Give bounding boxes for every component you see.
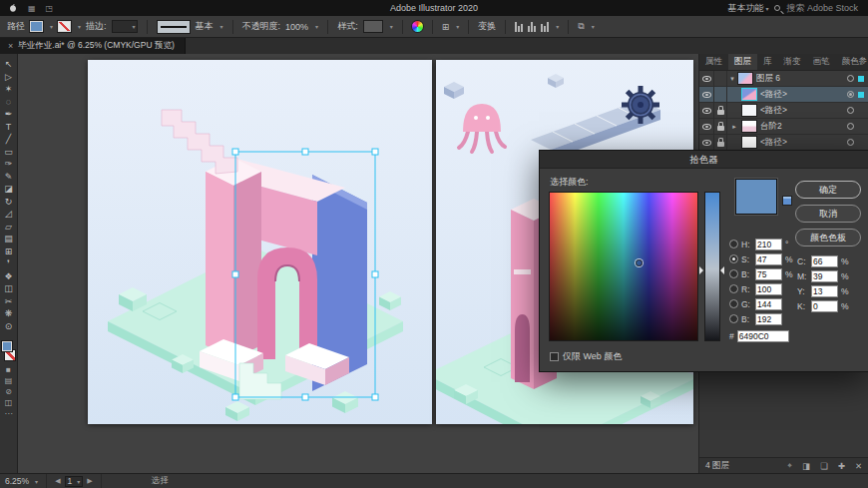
tool-magic-wand-icon[interactable]: ✶	[0, 83, 18, 96]
tool-slice-icon[interactable]: ✂	[0, 295, 18, 308]
new-layer-icon[interactable]: ✚	[838, 461, 845, 471]
tool-pencil-icon[interactable]: ✎	[0, 171, 18, 184]
tab-close-icon[interactable]: ×	[8, 41, 13, 51]
locate-object-icon[interactable]: ⌖	[787, 460, 792, 471]
target-circle[interactable]	[847, 107, 854, 114]
tool-eraser-icon[interactable]: ◪	[0, 183, 18, 196]
artboard-1[interactable]	[88, 60, 432, 424]
next-artboard-icon[interactable]: ▶	[87, 477, 92, 485]
value-field-k[interactable]: 0	[811, 300, 838, 312]
brush-definition-dropdown[interactable]	[157, 20, 191, 34]
value-field-m[interactable]: 39	[811, 270, 838, 282]
radio-b[interactable]	[729, 269, 738, 278]
panel-tab-画笔[interactable]: 画笔	[807, 54, 836, 70]
delete-layer-icon[interactable]: ✕	[855, 461, 862, 471]
workspace-switcher[interactable]: 基本功能▾	[727, 2, 768, 15]
layer-name[interactable]: <路径>	[760, 137, 787, 149]
opacity-caret-icon[interactable]: ▾	[315, 23, 318, 30]
tool-line-segment-icon[interactable]: ╱	[0, 133, 18, 146]
align-right-icon[interactable]	[541, 22, 549, 32]
layer-row[interactable]: ▸台阶2	[699, 119, 868, 135]
value-field-r[interactable]: 100	[755, 283, 782, 295]
transform-link[interactable]: 变换	[478, 20, 496, 33]
style-swatch[interactable]	[363, 20, 383, 33]
new-sublayer-icon[interactable]: ❏	[820, 461, 828, 471]
search-icon[interactable]	[774, 5, 780, 11]
align-caret-icon[interactable]: ▾	[556, 23, 559, 30]
tool-paintbrush-icon[interactable]: ✑	[0, 158, 18, 171]
target-circle[interactable]	[847, 91, 854, 98]
radio-h[interactable]	[729, 240, 738, 248]
layer-row[interactable]: ▾图层 6	[699, 71, 868, 87]
dialog-title[interactable]: 拾色器	[540, 151, 868, 169]
hex-value-field[interactable]: 6490C0	[737, 330, 789, 342]
gradient-mode-icon[interactable]: ▤	[5, 375, 13, 386]
tool-artboard-icon[interactable]: ◫	[0, 282, 18, 295]
layer-row[interactable]: <路径>	[699, 87, 868, 103]
value-field-b[interactable]: 75	[755, 268, 782, 280]
none-mode-icon[interactable]: ⊘	[5, 386, 12, 397]
tool-zoom-icon[interactable]: ⊙	[0, 320, 18, 333]
panel-tab-颜色参[interactable]: 颜色参	[836, 54, 868, 70]
tool-lasso-icon[interactable]: ◌	[0, 96, 18, 109]
target-circle[interactable]	[847, 75, 854, 82]
disclosure-icon[interactable]: ▾	[727, 71, 737, 87]
lock-icon[interactable]	[717, 142, 724, 147]
tool-rotate-icon[interactable]: ↻	[0, 196, 18, 209]
value-field-y[interactable]: 13	[811, 285, 838, 297]
panel-tab-库[interactable]: 库	[757, 54, 778, 70]
layer-row[interactable]: <路径>	[699, 103, 868, 119]
toolbar-fill-stroke[interactable]	[0, 338, 18, 364]
visibility-eye-icon[interactable]	[702, 92, 711, 98]
slider-handle-left-icon[interactable]	[699, 266, 703, 274]
radio-s[interactable]	[729, 254, 738, 263]
lock-icon[interactable]	[717, 110, 724, 115]
tool-type-icon[interactable]: T	[0, 121, 18, 134]
radio-r[interactable]	[729, 284, 738, 293]
recolor-artwork-icon[interactable]	[412, 21, 423, 32]
brush-caret-icon[interactable]: ▾	[220, 23, 223, 30]
value-field-s[interactable]: 47	[755, 253, 782, 265]
toolbar-stroke-swatch[interactable]	[5, 350, 15, 360]
align-center-icon[interactable]	[528, 22, 536, 32]
tool-hand-icon[interactable]: ❋	[0, 307, 18, 320]
stock-search-field[interactable]: 搜索 Adobe Stock	[786, 2, 858, 15]
slider-handle-right-icon[interactable]	[720, 266, 724, 274]
style-caret-icon[interactable]: ▾	[390, 23, 393, 30]
prev-artboard-icon[interactable]: ◀	[55, 477, 60, 485]
color-field-marker[interactable]	[636, 259, 643, 266]
tool-direct-selection-icon[interactable]: ▷	[0, 71, 18, 84]
artboard-number-dropdown[interactable]: 1▾	[65, 476, 84, 487]
stroke-weight-dropdown[interactable]: ▾	[112, 20, 138, 33]
arrange-icon[interactable]: ⧉	[578, 21, 584, 32]
tool-mesh-icon[interactable]: ⊞	[0, 245, 18, 258]
panel-tab-属性[interactable]: 属性	[699, 54, 728, 70]
value-field-g[interactable]: 144	[755, 298, 782, 310]
color-slider[interactable]	[705, 193, 719, 340]
arrange-caret-icon[interactable]: ▾	[592, 23, 595, 30]
cancel-button[interactable]: 取消	[795, 205, 861, 223]
zoom-level[interactable]: 6.25%	[5, 476, 29, 486]
lock-icon[interactable]	[717, 126, 724, 131]
radio-g[interactable]	[729, 299, 738, 308]
panel-tab-渐变[interactable]: 渐变	[778, 54, 807, 70]
color-swatches-button[interactable]: 颜色色板	[795, 229, 861, 246]
web-color-cube-icon[interactable]	[783, 197, 791, 205]
tool-free-transform-icon[interactable]: ▱	[0, 221, 18, 234]
layer-name[interactable]: 台阶2	[760, 121, 782, 133]
color-mode-icon[interactable]: ■	[6, 364, 11, 375]
layer-name[interactable]: 图层 6	[756, 73, 780, 85]
stroke-color-swatch[interactable]	[58, 21, 71, 32]
visibility-eye-icon[interactable]	[702, 140, 711, 146]
tool-scale-icon[interactable]: ◿	[0, 208, 18, 221]
tool-gradient-icon[interactable]: ▤	[0, 233, 18, 245]
value-field-h[interactable]: 210	[755, 239, 782, 250]
fill-caret-icon[interactable]: ▾	[50, 23, 53, 30]
tool-rectangle-icon[interactable]: ▭	[0, 146, 18, 159]
web-only-checkbox[interactable]	[550, 352, 559, 361]
value-field-b[interactable]: 192	[755, 313, 782, 325]
make-clip-mask-icon[interactable]: ◨	[802, 461, 810, 471]
visibility-eye-icon[interactable]	[702, 108, 711, 114]
disclosure-icon[interactable]: ▸	[727, 119, 741, 135]
fill-color-swatch[interactable]	[30, 21, 43, 32]
